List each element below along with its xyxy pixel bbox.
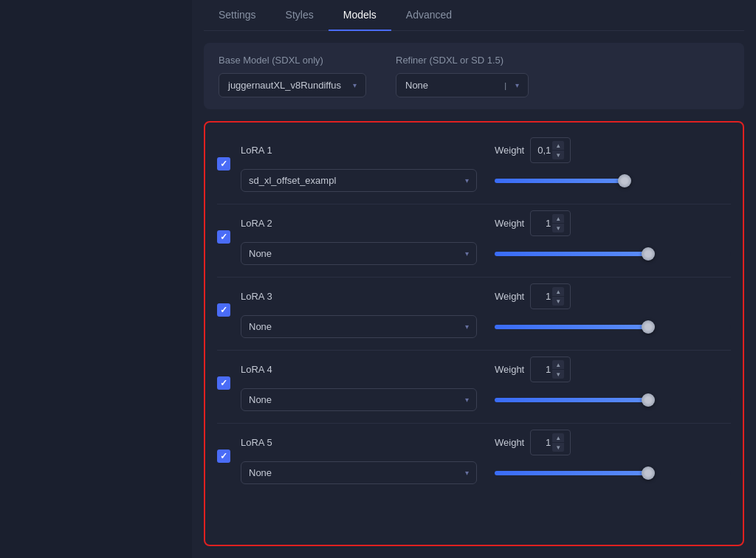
lora-1-spinner-down[interactable]: ▼ xyxy=(552,151,564,159)
lora-5-slider-track[interactable] xyxy=(495,471,731,475)
lora-4-slider-track[interactable] xyxy=(495,398,731,402)
lora-4-slider-thumb[interactable] xyxy=(642,393,655,407)
lora-4-dropdown-arrow-icon: ▾ xyxy=(465,396,469,404)
lora-4-weight-value: 1 xyxy=(537,364,551,375)
lora-3-weight-label-group: Weight 1 ▲ ▼ xyxy=(495,283,731,309)
lora-2-weight-label-group: Weight 1 ▲ ▼ xyxy=(495,210,731,236)
refiner-select[interactable]: None | ▾ xyxy=(396,73,529,97)
lora-2-slider-track[interactable] xyxy=(495,252,731,256)
lora-row-5: LoRA 5 Weight 1 ▲ ▼ None ▾ xyxy=(217,423,731,490)
lora-4-checkbox[interactable] xyxy=(217,376,230,390)
lora-3-spinner-up[interactable]: ▲ xyxy=(552,287,564,296)
lora-2-spinner-up[interactable]: ▲ xyxy=(552,214,564,223)
lora-5-spinner-up[interactable]: ▲ xyxy=(552,433,564,442)
lora-5-dropdown[interactable]: None ▾ xyxy=(241,461,477,484)
lora-2-label: LoRA 2 xyxy=(241,218,477,229)
tab-bar: Settings Styles Models Advanced xyxy=(204,0,744,31)
lora-2-weight-controls xyxy=(495,252,731,256)
lora-4-slider-fill xyxy=(495,398,648,402)
tab-styles[interactable]: Styles xyxy=(271,0,329,31)
lora-1-dropdown-value: sd_xl_offset_exampl xyxy=(249,175,461,186)
lora-3-weight-label: Weight xyxy=(495,291,524,302)
lora-1-weight-controls xyxy=(495,179,731,183)
lora-row-4: LoRA 4 Weight 1 ▲ ▼ None ▾ xyxy=(217,350,731,417)
lora-3-spinners: ▲ ▼ xyxy=(552,287,564,306)
lora-1-weight-label-group: Weight 0,1 ▲ ▼ xyxy=(495,137,731,163)
refiner-arrow-icon: ▾ xyxy=(515,81,519,89)
lora-row-1: LoRA 1 Weight 0,1 ▲ ▼ sd_xl_offset_examp… xyxy=(217,131,731,198)
lora-1-spinner-up[interactable]: ▲ xyxy=(552,141,564,150)
lora-1-weight-input[interactable]: 0,1 ▲ ▼ xyxy=(530,137,571,163)
lora-1-slider-fill xyxy=(495,179,625,183)
lora-1-spinners: ▲ ▼ xyxy=(552,141,564,159)
base-model-group: Base Model (SDXL only) juggernautXL_v8Ru… xyxy=(219,55,366,97)
lora-4-spinners: ▲ ▼ xyxy=(552,360,564,379)
base-model-value: juggernautXL_v8Rundiffus xyxy=(228,80,347,91)
base-model-select[interactable]: juggernautXL_v8Rundiffus ▾ xyxy=(219,73,366,97)
lora-3-dropdown-arrow-icon: ▾ xyxy=(465,323,469,331)
lora-2-spinner-down[interactable]: ▼ xyxy=(552,224,564,232)
lora-3-slider-track[interactable] xyxy=(495,325,731,329)
lora-3-slider-thumb[interactable] xyxy=(642,320,655,334)
refiner-cursor-icon: | xyxy=(504,81,506,90)
lora-4-label: LoRA 4 xyxy=(241,364,477,375)
lora-1-slider-track[interactable] xyxy=(495,179,731,183)
tab-advanced[interactable]: Advanced xyxy=(391,0,467,31)
main-content: Settings Styles Models Advanced Base Mod… xyxy=(192,0,756,558)
lora-2-slider-thumb[interactable] xyxy=(642,247,655,261)
base-model-label: Base Model (SDXL only) xyxy=(219,55,366,66)
refiner-group: Refiner (SDXL or SD 1.5) None | ▾ xyxy=(396,55,529,97)
lora-3-dropdown[interactable]: None ▾ xyxy=(241,315,477,338)
lora-3-checkbox[interactable] xyxy=(217,303,230,317)
lora-2-weight-input[interactable]: 1 ▲ ▼ xyxy=(530,210,571,236)
lora-2-dropdown-value: None xyxy=(249,248,461,259)
lora-5-checkbox[interactable] xyxy=(217,450,230,463)
lora-2-fields: LoRA 2 Weight 1 ▲ ▼ None ▾ xyxy=(241,210,731,265)
lora-2-weight-label: Weight xyxy=(495,218,524,229)
lora-1-weight-value: 0,1 xyxy=(537,145,551,156)
tab-settings[interactable]: Settings xyxy=(204,0,271,31)
lora-row-3: LoRA 3 Weight 1 ▲ ▼ None ▾ xyxy=(217,277,731,344)
lora-5-spinner-down[interactable]: ▼ xyxy=(552,443,564,452)
lora-1-slider-thumb[interactable] xyxy=(618,174,631,187)
lora-5-dropdown-arrow-icon: ▾ xyxy=(465,469,469,477)
lora-3-spinner-down[interactable]: ▼ xyxy=(552,297,564,306)
lora-3-dropdown-value: None xyxy=(249,321,461,332)
lora-1-dropdown[interactable]: sd_xl_offset_exampl ▾ xyxy=(241,169,477,192)
lora-4-weight-controls xyxy=(495,398,731,402)
refiner-value: None xyxy=(405,80,498,91)
lora-5-weight-controls xyxy=(495,471,731,475)
tab-models[interactable]: Models xyxy=(329,0,391,31)
lora-2-spinners: ▲ ▼ xyxy=(552,214,564,232)
lora-3-fields: LoRA 3 Weight 1 ▲ ▼ None ▾ xyxy=(241,283,731,338)
lora-5-weight-label-group: Weight 1 ▲ ▼ xyxy=(495,430,731,455)
lora-2-checkbox[interactable] xyxy=(217,230,230,244)
lora-4-dropdown[interactable]: None ▾ xyxy=(241,388,477,411)
lora-4-weight-label: Weight xyxy=(495,364,524,375)
lora-3-checkbox-wrapper xyxy=(217,303,232,318)
lora-3-weight-value: 1 xyxy=(537,291,551,302)
lora-5-weight-input[interactable]: 1 ▲ ▼ xyxy=(530,430,571,455)
sidebar xyxy=(0,0,192,558)
lora-1-fields: LoRA 1 Weight 0,1 ▲ ▼ sd_xl_offset_examp… xyxy=(241,137,731,192)
lora-3-slider-fill xyxy=(495,325,648,329)
lora-1-dropdown-arrow-icon: ▾ xyxy=(465,176,469,185)
lora-1-checkbox[interactable] xyxy=(217,157,230,170)
lora-5-fields: LoRA 5 Weight 1 ▲ ▼ None ▾ xyxy=(241,430,731,484)
lora-4-weight-input[interactable]: 1 ▲ ▼ xyxy=(530,356,571,382)
lora-4-checkbox-wrapper xyxy=(217,376,232,391)
lora-4-weight-label-group: Weight 1 ▲ ▼ xyxy=(495,356,731,382)
lora-1-label: LoRA 1 xyxy=(241,145,477,156)
lora-2-dropdown-arrow-icon: ▾ xyxy=(465,249,469,258)
lora-3-weight-input[interactable]: 1 ▲ ▼ xyxy=(530,283,571,309)
base-model-section: Base Model (SDXL only) juggernautXL_v8Ru… xyxy=(204,43,744,109)
lora-4-spinner-down[interactable]: ▼ xyxy=(552,370,564,379)
lora-row-2: LoRA 2 Weight 1 ▲ ▼ None ▾ xyxy=(217,204,731,271)
lora-4-spinner-up[interactable]: ▲ xyxy=(552,360,564,369)
lora-2-dropdown[interactable]: None ▾ xyxy=(241,242,477,265)
lora-5-slider-thumb[interactable] xyxy=(642,466,655,480)
lora-5-label: LoRA 5 xyxy=(241,437,477,448)
lora-5-slider-fill xyxy=(495,471,648,475)
lora-5-checkbox-wrapper xyxy=(217,450,232,464)
lora-2-slider-fill xyxy=(495,252,648,256)
